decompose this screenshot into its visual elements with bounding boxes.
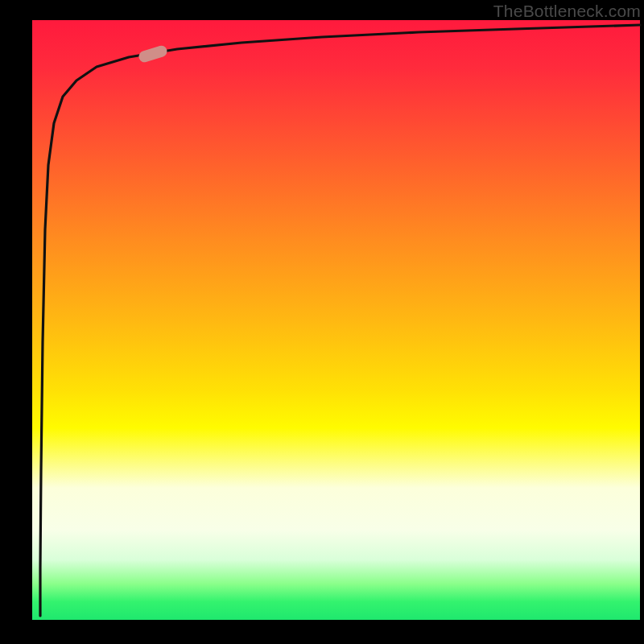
curve-path <box>40 25 640 616</box>
watermark-text: TheBottleneck.com <box>493 2 641 21</box>
bottleneck-curve <box>32 20 640 620</box>
plot-area <box>32 20 640 620</box>
chart-frame: TheBottleneck.com <box>0 0 644 644</box>
